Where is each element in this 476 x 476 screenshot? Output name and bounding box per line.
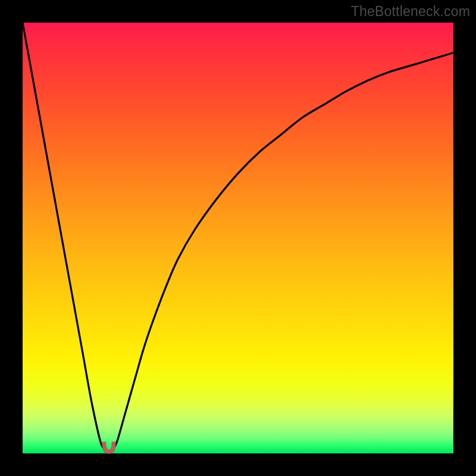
marker-u-shape (102, 442, 115, 453)
watermark-text: TheBottleneck.com (351, 4, 470, 20)
chart-frame: TheBottleneck.com (0, 0, 476, 476)
bottleneck-curve (23, 23, 453, 453)
curve-path (23, 23, 453, 453)
plot-area (23, 23, 453, 453)
optimal-marker (100, 441, 118, 455)
